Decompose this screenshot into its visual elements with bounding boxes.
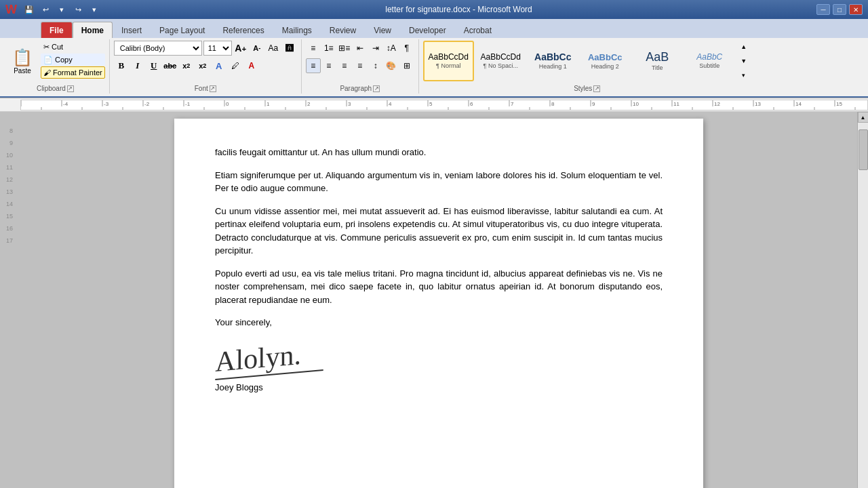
paragraph-expand[interactable]: ↗ [373,85,380,92]
svg-text:7: 7 [511,101,514,107]
style-subtitle-preview: AaBbC [696,53,722,61]
close-button[interactable]: ✕ [849,4,863,15]
copy-button[interactable]: 📄 Copy [41,54,105,66]
multilevel-list-button[interactable]: ⊞≡ [337,41,352,56]
text-effects-button[interactable]: A [212,58,226,73]
style-subtitle-button[interactable]: AaBbC Subtitle [684,41,735,81]
undo-dropdown[interactable]: ▾ [55,3,68,16]
font-size-select[interactable]: 11 12 [203,41,232,56]
shading-button[interactable]: 🎨 [384,58,399,73]
cut-button[interactable]: ✂ Cut [41,41,105,53]
align-right-button[interactable]: ≡ [337,58,352,73]
sort-button[interactable]: ↕A [384,41,399,56]
svg-text:15: 15 [836,101,842,107]
paragraph-1-text: facilis feugait omittantur ut. An has ul… [215,147,426,157]
style-no-spacing-label: ¶ No Spaci... [484,62,518,69]
shrink-font-button[interactable]: A- [250,41,264,56]
underline-button[interactable]: U [146,58,161,73]
signature-name: Joey Bloggs [215,381,663,394]
scroll-track[interactable] [858,123,868,488]
svg-text:5: 5 [429,101,433,107]
title-bar: W 💾 ↩ ▾ ↪ ▾ letter for signature.docx - … [0,0,868,19]
paste-icon: 📋 [12,48,33,67]
styles-scroll-down[interactable]: ▼ [736,55,751,67]
styles-area: AaBbCcDd ¶ Normal AaBbCcDd ¶ No Spaci...… [423,41,735,81]
svg-text:12: 12 [714,101,720,107]
customize-quick-access[interactable]: ▾ [87,3,101,16]
bullets-button[interactable]: ≡ [306,41,321,56]
style-heading2-button[interactable]: AaBbCc Heading 2 [580,41,631,81]
italic-button[interactable]: I [130,58,145,73]
clear-formatting-button[interactable]: 🅰 [282,41,297,56]
superscript-button[interactable]: x2 [195,58,210,73]
format-painter-label: Format Painter [53,68,102,77]
font-name-row: Calibri (Body) 11 12 A+ A- Aa 🅰 [114,41,297,56]
copy-label: Copy [55,56,73,64]
change-case-button[interactable]: Aa [266,41,281,56]
svg-text:-4: -4 [63,101,68,107]
justify-button[interactable]: ≡ [353,58,368,73]
style-heading2-preview: AaBbCc [588,53,623,62]
style-title-label: Title [652,64,663,71]
font-expand[interactable]: ↗ [210,85,216,92]
scroll-thumb[interactable] [859,129,868,170]
grow-font-button[interactable]: A+ [233,41,248,56]
numbering-button[interactable]: 1≡ [321,41,336,56]
paste-button[interactable]: 📋 Paste [5,41,39,81]
align-left-button[interactable]: ≡ [306,58,321,73]
paragraph-5: Your sincerely, [215,316,663,329]
styles-more-button[interactable]: ▾ [736,69,751,81]
paragraph-group-content: ≡ 1≡ ⊞≡ ⇤ ⇥ ↕A ¶ ≡ ≡ ≡ ≡ ↕ 🎨 ⊞ [306,41,414,83]
clipboard-expand[interactable]: ↗ [67,85,74,92]
main-area: 8 9 10 11 12 13 14 15 16 17 facilis feug… [0,112,868,488]
align-center-button[interactable]: ≡ [321,58,336,73]
svg-text:4: 4 [389,101,392,107]
font-group: Calibri (Body) 11 12 A+ A- Aa 🅰 B I U ab… [111,39,302,94]
style-heading2-label: Heading 2 [591,63,619,70]
font-name-select[interactable]: Calibri (Body) [114,41,202,56]
save-button[interactable]: 💾 [22,3,36,16]
increase-indent-button[interactable]: ⇥ [368,41,383,56]
svg-text:-1: -1 [185,101,191,107]
subscript-button[interactable]: x2 [179,58,194,73]
signature-area: Alolyn. Joey Bloggs [215,343,663,394]
style-no-spacing-button[interactable]: AaBbCcDd ¶ No Spaci... [475,41,526,81]
maximize-button[interactable]: □ [833,4,846,15]
tab-references[interactable]: References [214,22,273,38]
line-spacing-button[interactable]: ↕ [368,58,383,73]
paragraph-5-text: Your sincerely, [215,317,272,327]
tab-acrobat[interactable]: Acrobat [455,22,500,38]
tab-view[interactable]: View [365,22,400,38]
paragraph-2-text: Etiam signiferumque per ut. Aliquando ar… [215,170,663,194]
tab-developer[interactable]: Developer [400,22,455,38]
cut-icon: ✂ [43,43,50,52]
styles-scroll-up[interactable]: ▲ [736,41,751,53]
undo-button[interactable]: ↩ [39,3,52,16]
paragraph-label: Paragraph ↗ [306,83,414,92]
style-title-button[interactable]: AaB Title [632,41,683,81]
format-painter-button[interactable]: 🖌 Format Painter [41,66,105,79]
styles-group: AaBbCcDd ¶ Normal AaBbCcDd ¶ No Spaci...… [420,39,755,94]
tab-review[interactable]: Review [321,22,365,38]
tab-mailings[interactable]: Mailings [273,22,321,38]
minimize-button[interactable]: ─ [816,4,830,15]
redo-button[interactable]: ↪ [71,3,85,16]
ruler-inner: // rendered via JS below -4-3-2-10123456… [20,100,868,110]
borders-button[interactable]: ⊞ [399,58,414,73]
document-page[interactable]: facilis feugait omittantur ut. An has ul… [174,119,703,488]
style-normal-button[interactable]: AaBbCcDd ¶ Normal [423,41,474,81]
strikethrough-button[interactable]: abc [163,58,178,73]
font-color-button[interactable]: A [244,58,259,73]
style-heading1-button[interactable]: AaBbCc Heading 1 [528,41,578,81]
tab-file[interactable]: File [41,22,73,38]
styles-expand[interactable]: ↗ [593,85,600,92]
tab-insert[interactable]: Insert [113,22,151,38]
tab-page-layout[interactable]: Page Layout [151,22,214,38]
decrease-indent-button[interactable]: ⇤ [353,41,368,56]
bold-button[interactable]: B [114,58,129,73]
right-scrollbar: ▲ ▼ [857,112,868,488]
show-formatting-button[interactable]: ¶ [399,41,414,56]
tab-home[interactable]: Home [73,22,113,38]
scroll-up-button[interactable]: ▲ [858,112,869,123]
text-highlight-button[interactable]: 🖊 [228,58,243,73]
